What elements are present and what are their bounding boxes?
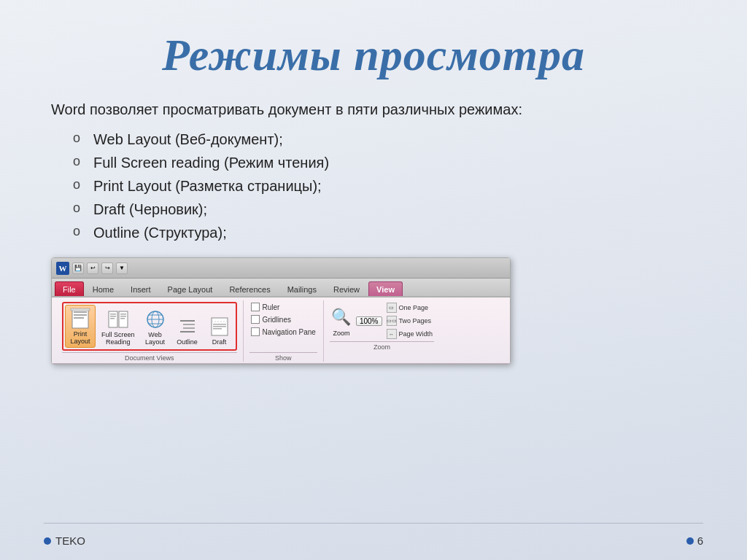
slide-title: Режимы просмотра [51,29,696,81]
group-zoom: 🔍 Zoom 100% ▭ One Page ▭▭ Two Pages [324,300,440,362]
logo-text: ТEKO [55,534,85,547]
full-screen-reading-icon [107,308,130,331]
svg-rect-20 [183,327,195,329]
footer-separator [44,523,703,524]
outline-label: Outline [177,339,198,346]
page-buttons-col: ▭ One Page ▭▭ Two Pages ↔ Page Width [385,302,435,340]
btn-zoom-100[interactable]: 100% [356,316,382,326]
list-item: Draft (Черновик); [73,198,696,221]
draft-icon [208,315,231,338]
list-item: Print Layout (Разметка страницы); [73,174,696,198]
ruler-label: Ruler [263,303,280,311]
slide-footer: ТEKO 6 [44,534,703,547]
list-item: Outline (Структура); [73,221,696,244]
zoom-pct-label: 100% [360,317,379,325]
btn-gridlines[interactable]: Gridlines [249,314,293,324]
navigation-pane-label: Navigation Pane [263,328,316,336]
navigation-pane-checkbox[interactable] [251,327,260,336]
ruler-checkbox[interactable] [251,303,260,311]
word-icon: W [56,262,69,275]
gridlines-checkbox[interactable] [251,315,260,324]
btn-one-page[interactable]: ▭ One Page [385,302,435,314]
more-quick-btn[interactable]: ▼ [116,262,128,274]
svg-rect-18 [180,320,195,322]
zoom-group-label: Zoom [330,341,434,351]
svg-rect-26 [213,328,222,330]
svg-rect-10 [120,314,126,315]
print-layout-label: PrintLayout [70,331,90,346]
zoom-buttons: 🔍 Zoom 100% ▭ One Page ▭▭ Two Pages [330,302,434,340]
svg-rect-19 [183,324,195,325]
btn-outline[interactable]: Outline [173,314,202,348]
one-page-label: One Page [399,304,429,311]
draft-label: Draft [212,339,227,346]
svg-rect-11 [120,316,126,317]
page-width-icon: ↔ [387,329,397,339]
ribbon-tab-bar: File Home Insert Page Layout References … [52,279,510,298]
list-item: Full Screen reading (Режим чтения) [73,151,696,174]
print-layout-icon [69,307,92,330]
save-quick-btn[interactable]: 💾 [72,262,84,274]
page-dot [686,537,694,545]
slide-body: Word позволяет просматривать документ в … [51,98,696,120]
full-screen-reading-label: Full ScreenReading [101,332,135,346]
ribbon-titlebar: W 💾 ↩ ↪ ▼ [52,258,510,279]
svg-rect-3 [74,317,84,319]
btn-ruler[interactable]: Ruler [249,302,282,312]
svg-rect-1 [74,311,87,313]
btn-two-pages[interactable]: ▭▭ Two Pages [385,315,435,327]
btn-full-screen-reading[interactable]: Full ScreenReading [98,306,138,348]
outline-icon [176,315,199,338]
document-views-label: Document Views [62,352,237,362]
tab-page-layout[interactable]: Page Layout [160,281,221,296]
zoom-label: Zoom [333,330,349,337]
btn-zoom[interactable]: 🔍 Zoom [330,306,353,337]
two-pages-label: Two Pages [399,317,432,324]
btn-print-layout[interactable]: PrintLayout [65,305,96,348]
btn-page-width[interactable]: ↔ Page Width [385,328,435,340]
ribbon-screenshot: W 💾 ↩ ↪ ▼ File Home Insert Page Layout R… [51,257,511,365]
btn-web-layout[interactable]: WebLayout [141,306,170,348]
tab-mailings[interactable]: Mailings [279,281,325,296]
btn-navigation-pane[interactable]: Navigation Pane [249,327,317,337]
svg-rect-25 [213,326,226,327]
list-item: Web Layout (Веб-документ); [73,128,696,151]
footer-page: 6 [686,534,703,547]
gridlines-label: Gridlines [263,316,291,324]
svg-rect-9 [110,318,115,319]
page-width-label: Page Width [399,330,433,338]
svg-rect-8 [110,316,116,317]
btn-draft[interactable]: Draft [205,314,234,348]
doc-views-buttons: PrintLayout [62,302,237,351]
tab-references[interactable]: References [221,281,278,296]
svg-rect-4 [71,308,90,311]
svg-rect-7 [110,314,116,315]
redo-quick-btn[interactable]: ↪ [101,262,113,274]
group-document-views: PrintLayout [56,300,244,362]
svg-rect-2 [74,314,87,316]
show-buttons: Ruler Gridlines Navigation Pane [249,302,317,337]
page-number: 6 [697,534,703,547]
tab-insert[interactable]: Insert [123,281,159,296]
intro-text: Word позволяет просматривать документ в … [51,98,696,120]
one-page-icon: ▭ [387,303,397,313]
footer-logo: ТEKO [44,534,85,547]
svg-rect-21 [180,331,195,332]
logo-dot [44,537,51,545]
slide: Режимы просмотра Word позволяет просматр… [0,0,747,560]
show-label: Show [249,352,317,362]
group-show: Ruler Gridlines Navigation Pane Show [244,300,324,362]
two-pages-icon: ▭▭ [387,316,397,326]
tab-file[interactable]: File [55,281,84,296]
tab-review[interactable]: Review [325,281,368,296]
bullet-list: Web Layout (Веб-документ); Full Screen r… [73,128,696,244]
ribbon-content: PrintLayout [52,298,510,364]
zoom-icon: 🔍 [330,306,353,329]
web-layout-label: WebLayout [145,332,165,346]
tab-view[interactable]: View [368,281,403,296]
svg-rect-12 [120,318,125,319]
svg-rect-24 [213,324,226,325]
web-layout-icon [144,308,167,331]
undo-quick-btn[interactable]: ↩ [87,262,98,274]
tab-home[interactable]: Home [85,281,122,296]
